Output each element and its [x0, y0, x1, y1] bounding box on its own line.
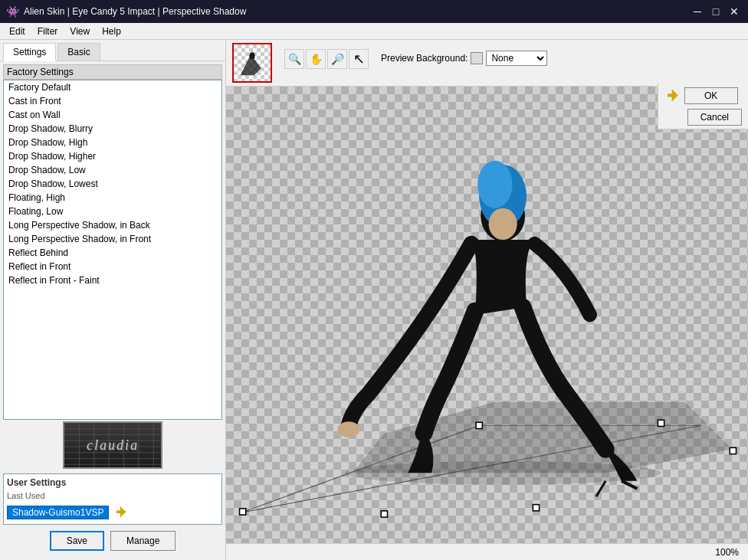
save-button[interactable]: Save	[50, 531, 104, 551]
svg-point-25	[481, 191, 525, 241]
zoom-button[interactable]: 🔎	[327, 49, 347, 69]
ok-button[interactable]: OK	[684, 87, 738, 104]
svg-rect-20	[476, 422, 482, 428]
menu-bar: Edit Filter View Help	[0, 23, 748, 40]
tab-basic[interactable]: Basic	[57, 43, 100, 61]
factory-settings-item[interactable]: Drop Shadow, Lowest	[4, 177, 221, 191]
svg-point-32	[345, 461, 661, 485]
maximize-button[interactable]: □	[708, 4, 723, 19]
tool-buttons: 🔍 ✋ 🔎 ↖	[284, 49, 369, 69]
ok-arrow-icon: 🠞	[664, 86, 681, 106]
factory-settings-item[interactable]: Long Perspective Shadow, in Back	[4, 218, 221, 232]
factory-settings-list-scroll[interactable]: Factory DefaultCast in FrontCast on Wall…	[4, 80, 221, 419]
svg-line-31	[596, 481, 605, 497]
factory-settings-item[interactable]: Floating, High	[4, 191, 221, 205]
preset-preview: claudia	[63, 421, 162, 469]
arrow-indicator: 🠞	[113, 503, 129, 521]
svg-rect-23	[533, 505, 539, 511]
svg-point-28	[489, 208, 517, 240]
close-button[interactable]: ✕	[727, 4, 742, 19]
svg-line-16	[242, 425, 700, 512]
factory-settings-item[interactable]: Drop Shadow, Higher	[4, 149, 221, 163]
minimize-button[interactable]: ─	[690, 4, 705, 19]
manage-button[interactable]: Manage	[110, 531, 176, 551]
svg-line-15	[242, 425, 480, 512]
factory-settings-item[interactable]: Cast in Front	[4, 94, 221, 108]
factory-settings-item[interactable]: Reflect in Front - Faint	[4, 273, 221, 287]
svg-rect-24	[381, 511, 387, 517]
bottom-buttons: Save Manage	[3, 525, 222, 557]
svg-rect-21	[658, 420, 664, 426]
preview-bg-label: Preview Background:	[381, 53, 468, 64]
preview-background-control: Preview Background: None White Black	[381, 51, 547, 66]
ok-cancel-area: 🠞 OK Cancel	[658, 83, 748, 129]
svg-rect-22	[730, 447, 736, 454]
user-preset-item: Shadow-Guismo1VSP 🠞	[7, 503, 218, 521]
ok-btn-container: 🠞 OK	[664, 86, 742, 106]
preview-toolbar: 🔍 ✋ 🔎 ↖ Preview Background: None White B…	[226, 40, 748, 87]
menu-edit[interactable]: Edit	[3, 25, 31, 38]
svg-point-26	[479, 165, 527, 228]
svg-point-29	[337, 421, 359, 437]
settings-section: Factory Settings Factory DefaultCast in …	[0, 61, 225, 560]
preview-bg-select[interactable]: None White Black	[486, 51, 547, 66]
thumbnail-figure	[237, 46, 267, 80]
window-title: Alien Skin | Eye Candy 5 Impact | Perspe…	[24, 6, 246, 17]
svg-line-30	[622, 481, 638, 489]
zoom-level: 100%	[715, 547, 739, 558]
factory-settings-header: Factory Settings	[3, 64, 222, 80]
factory-settings-item[interactable]: Long Perspective Shadow, in Front	[4, 232, 221, 246]
preview-thumbnail	[232, 43, 272, 83]
tab-settings[interactable]: Settings	[3, 43, 56, 61]
preview-area[interactable]	[226, 87, 748, 543]
factory-settings-item[interactable]: Drop Shadow, Blurry	[4, 122, 221, 136]
factory-settings-item[interactable]: Factory Default	[4, 80, 221, 94]
preset-preview-text: claudia	[87, 437, 139, 454]
right-panel: 🠞 OK Cancel 🔍 ✋	[226, 40, 748, 560]
select-button[interactable]: ↖	[349, 49, 369, 69]
app-icon: 👾	[6, 5, 19, 18]
preview-bg-swatch[interactable]	[471, 52, 483, 64]
factory-settings-item[interactable]: Drop Shadow, High	[4, 136, 221, 149]
preview-canvas-svg	[226, 87, 748, 543]
factory-settings-label: Factory Settings	[7, 67, 74, 77]
factory-settings-item[interactable]: Reflect in Front	[4, 260, 221, 273]
last-used-label: Last Used	[7, 491, 218, 500]
preset-name-badge[interactable]: Shadow-Guismo1VSP	[7, 506, 109, 519]
factory-settings-item[interactable]: Floating, Low	[4, 205, 221, 218]
factory-settings-list-container: Factory DefaultCast in FrontCast on Wall…	[3, 80, 222, 420]
menu-view[interactable]: View	[64, 25, 96, 38]
svg-point-14	[249, 52, 254, 59]
user-settings-section: User Settings Last Used Shadow-Guismo1VS…	[3, 473, 222, 525]
status-bar: 100%	[226, 543, 748, 560]
factory-settings-item[interactable]: Cast on Wall	[4, 108, 221, 122]
factory-settings-item[interactable]: Drop Shadow, Low	[4, 163, 221, 177]
cancel-button[interactable]: Cancel	[687, 109, 742, 126]
svg-marker-18	[353, 402, 732, 473]
svg-point-27	[477, 161, 512, 208]
tab-bar: Settings Basic	[0, 40, 225, 61]
svg-rect-19	[240, 509, 246, 515]
factory-settings-item[interactable]: Reflect Behind	[4, 246, 221, 260]
zoom-mode-button[interactable]: 🔍	[284, 49, 304, 69]
menu-filter[interactable]: Filter	[31, 25, 64, 38]
left-panel: Settings Basic Factory Settings Factory …	[0, 40, 226, 560]
user-settings-label: User Settings	[7, 477, 218, 488]
title-bar: 👾 Alien Skin | Eye Candy 5 Impact | Pers…	[0, 0, 748, 23]
pan-button[interactable]: ✋	[306, 49, 326, 69]
menu-help[interactable]: Help	[96, 25, 127, 38]
